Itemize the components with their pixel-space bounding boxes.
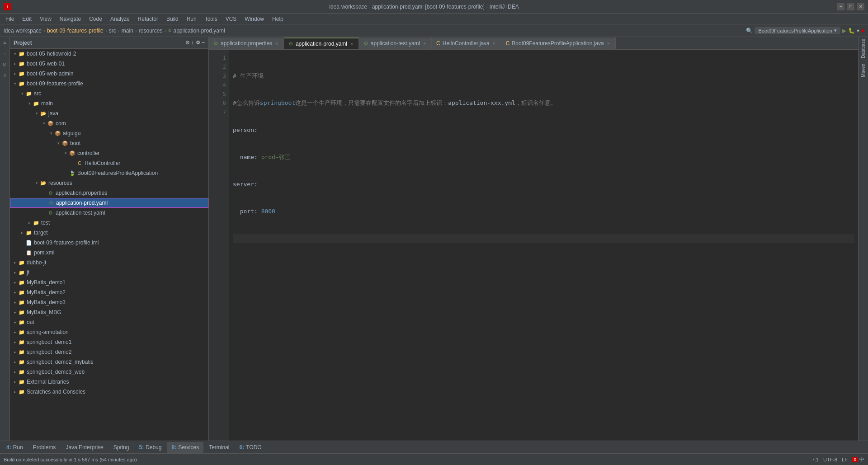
tree-item-34[interactable]: ▸📁Scratches and Consoles: [10, 387, 208, 397]
project-icon[interactable]: P: [1, 39, 9, 47]
menu-item-navigate[interactable]: Navigate: [56, 15, 85, 23]
tab-close-1[interactable]: ×: [349, 41, 354, 47]
tree-item-30[interactable]: ▸📁springboot_demo2: [10, 347, 208, 357]
tree-item-10[interactable]: ▾📦controller: [10, 148, 208, 158]
tree-item-31[interactable]: ▸📁springboot_demo2_mybatis: [10, 357, 208, 367]
tree-item-21[interactable]: ▸📁dubbo-jt: [10, 258, 208, 268]
breadcrumb-item-1[interactable]: idea-workspace: [4, 28, 42, 34]
breadcrumb-item-5[interactable]: resources: [139, 28, 163, 34]
tab-close-2[interactable]: ×: [422, 41, 427, 47]
menu-item-help[interactable]: Help: [269, 15, 287, 23]
tree-item-17[interactable]: ▸📁test: [10, 218, 208, 228]
bottom-tab-java-enterprise[interactable]: Java Enterprise: [61, 442, 108, 453]
project-title: Project: [14, 40, 32, 46]
tree-item-29[interactable]: ▸📁springboot_demo1: [10, 337, 208, 347]
tree-item-11[interactable]: CHelloController: [10, 158, 208, 168]
tree-item-27[interactable]: ▸📁out: [10, 317, 208, 327]
menu-item-code[interactable]: Code: [85, 15, 106, 23]
tree-item-9[interactable]: ▾📦boot: [10, 138, 208, 148]
tree-arrow-31: ▸: [12, 359, 18, 365]
editor-tab-4[interactable]: CBoot09FeaturesProfileApplication.java×: [501, 38, 616, 49]
code-area[interactable]: # 生产环境 #怎么告诉springboot这是一个生产环境，只需要在配置文件的…: [229, 50, 858, 441]
tree-arrow-25: ▸: [12, 299, 18, 305]
tree-item-26[interactable]: ▸📁MyBatis_MBG: [10, 307, 208, 317]
minimize-panel-icon[interactable]: −: [202, 40, 205, 46]
maximize-button[interactable]: □: [847, 3, 854, 10]
menu-item-run[interactable]: Run: [183, 15, 200, 23]
tree-item-24[interactable]: ▸📁MyBatis_demo2: [10, 287, 208, 297]
tree-icon-28: 📁: [18, 329, 25, 336]
tab-close-3[interactable]: ×: [492, 41, 496, 47]
debug-button[interactable]: 🐛: [848, 28, 855, 34]
tab-close-4[interactable]: ×: [606, 41, 611, 47]
run-button[interactable]: ▶: [842, 28, 846, 34]
structure-icon[interactable]: ≡: [1, 50, 9, 58]
tree-item-13[interactable]: ▾📂resources: [10, 178, 208, 188]
tree-icon-8: 📦: [54, 130, 61, 137]
tree-item-25[interactable]: ▸📁MyBatis_demo3: [10, 297, 208, 307]
menu-item-vcs[interactable]: VCS: [222, 15, 241, 23]
tree-item-15[interactable]: ⚙application-prod.yaml: [10, 198, 208, 208]
menu-item-analyze[interactable]: Analyze: [107, 15, 133, 23]
tree-item-22[interactable]: ▸📁jt: [10, 268, 208, 277]
bottom-tab-spring[interactable]: Spring: [109, 442, 134, 453]
stop-button[interactable]: ■: [861, 28, 864, 34]
editor-tab-3[interactable]: CHelloController.java×: [432, 38, 501, 49]
breadcrumb-item-2[interactable]: boot-09-features-profile: [47, 28, 104, 34]
more-run-button[interactable]: ▾: [857, 28, 859, 34]
bottom-tab-services[interactable]: 8:Services: [167, 442, 203, 453]
menu-item-file[interactable]: File: [2, 15, 18, 23]
locate-icon[interactable]: ⊙: [185, 40, 189, 46]
tab-close-0[interactable]: ×: [274, 41, 279, 47]
menu-item-edit[interactable]: Edit: [19, 15, 35, 23]
editor-tab-2[interactable]: ⚙application-test.yaml×: [359, 38, 432, 49]
editor-tab-1[interactable]: ⚙application-prod.yaml×: [284, 38, 359, 49]
scroll-icon[interactable]: ↕: [191, 40, 194, 46]
tree-item-28[interactable]: ▸📁spring-annotation: [10, 327, 208, 337]
breadcrumb-item-3[interactable]: src: [109, 28, 116, 34]
breadcrumb-bar: idea-workspace › boot-09-features-profil…: [0, 24, 868, 37]
tree-item-32[interactable]: ▸📁springboot_demo3_web: [10, 367, 208, 377]
tree-item-19[interactable]: 📄boot-09-features-profile.iml: [10, 238, 208, 248]
tree-item-7[interactable]: ▾📦com: [10, 118, 208, 128]
run-config-dropdown[interactable]: Boot09FeaturesProfileApplication ▾: [755, 27, 840, 34]
menu-item-refactor[interactable]: Refactor: [134, 15, 162, 23]
tree-item-33[interactable]: ▸📁External Libraries: [10, 377, 208, 387]
tree-item-6[interactable]: ▾📂java: [10, 108, 208, 118]
tree-item-2[interactable]: ▸📁boot-05-web-admin: [10, 69, 208, 79]
tree-item-3[interactable]: ▾📁boot-09-features-profile: [10, 79, 208, 89]
tree-item-1[interactable]: ▸📁boot-05-web-01: [10, 59, 208, 69]
search-icon[interactable]: 🔍: [746, 28, 753, 34]
tree-item-23[interactable]: ▸📁MyBatis_demo1: [10, 277, 208, 287]
tree-item-4[interactable]: ▾📁src: [10, 89, 208, 99]
tree-arrow-22: ▸: [12, 269, 18, 276]
tree-item-0[interactable]: ▾📁boot-05-hellowrold-2: [10, 49, 208, 59]
menu-item-build[interactable]: Build: [163, 15, 182, 23]
tree-item-20[interactable]: 📋pom.xml: [10, 248, 208, 258]
maven-right-icon[interactable]: Maven: [861, 64, 866, 77]
tree-item-16[interactable]: ⚙application-test.yaml: [10, 208, 208, 218]
bottom-tab-debug[interactable]: 5:Debug: [134, 442, 166, 453]
ant-icon[interactable]: A: [1, 71, 9, 80]
gear-icon[interactable]: ⚙: [196, 40, 200, 46]
close-button[interactable]: ✕: [857, 3, 864, 10]
minimize-button[interactable]: −: [837, 3, 844, 10]
maven-icon[interactable]: M: [1, 61, 9, 69]
database-icon[interactable]: Database: [861, 39, 866, 58]
menu-item-window[interactable]: Window: [241, 15, 268, 23]
menu-item-tools[interactable]: Tools: [201, 15, 221, 23]
tree-item-12[interactable]: 🍃Boot09FeaturesProfileApplication: [10, 168, 208, 178]
breadcrumb-item-4[interactable]: main: [122, 28, 133, 34]
bottom-tab-todo[interactable]: 6:TODO: [235, 442, 266, 453]
bottom-tab-problems[interactable]: Problems: [28, 442, 61, 453]
menu-item-view[interactable]: View: [36, 15, 55, 23]
tree-item-14[interactable]: ⚙application.properties: [10, 188, 208, 198]
bottom-tab-terminal[interactable]: Terminal: [204, 442, 234, 453]
tree-item-5[interactable]: ▾📁main: [10, 99, 208, 108]
editor-tab-0[interactable]: ⚙application.properties×: [209, 38, 284, 49]
bottom-tab-label-6: Terminal: [209, 444, 229, 451]
tree-item-18[interactable]: ▸📁target: [10, 228, 208, 238]
bottom-tab-run[interactable]: 4:Run: [2, 442, 28, 453]
tree-item-8[interactable]: ▾📦atguigu: [10, 128, 208, 138]
tree-icon-22: 📁: [18, 269, 25, 276]
